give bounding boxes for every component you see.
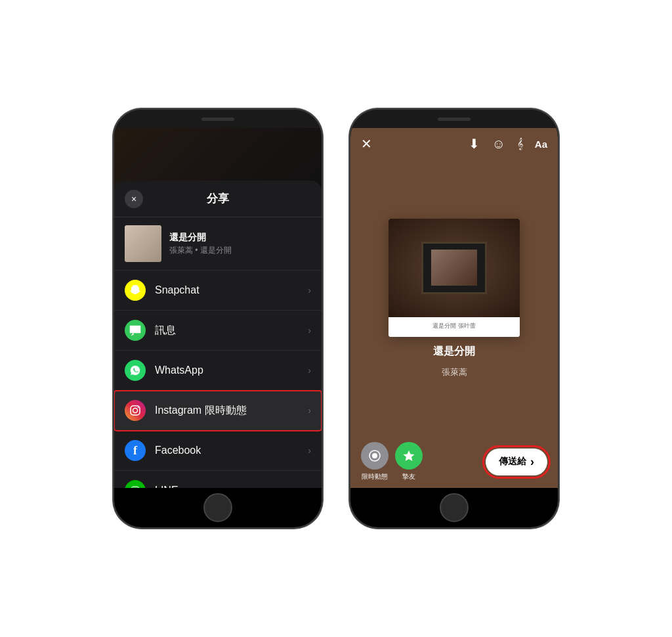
instagram-chevron: › — [308, 405, 311, 416]
insta-toolbar-right: ⬇ ☺ 𝄞 Aa — [469, 136, 547, 152]
sticker-icon[interactable]: ☺ — [492, 137, 505, 152]
close-friend-label: 摯友 — [402, 472, 415, 481]
facebook-icon: f — [125, 440, 146, 461]
share-item-instagram[interactable]: Instagram 限時動態› — [114, 391, 322, 431]
card-caption: 還是分開 張叶蕾 — [432, 320, 476, 333]
card-image — [388, 219, 520, 317]
whatsapp-icon — [125, 360, 146, 381]
story-icon — [361, 442, 388, 470]
send-button-label: 傳送給 — [499, 456, 526, 468]
preview-title: 還是分開 — [169, 232, 311, 244]
svg-rect-4 — [131, 487, 140, 488]
share-targets: 限時動態 摯友 — [361, 442, 423, 481]
share-sheet: × 分享 還是分開 張萊蒿 • 還是分開 Snapchat — [114, 181, 322, 488]
share-preview: 還是分開 張萊蒿 • 還是分開 — [114, 217, 322, 271]
card-frame-inner — [431, 250, 477, 286]
instagram-screen: ✕ ⬇ ☺ 𝄞 Aa — [350, 128, 558, 488]
song-artist: 張萊蒿 — [442, 366, 467, 378]
preview-info: 還是分開 張萊蒿 • 還是分開 — [169, 232, 311, 256]
share-item-facebook[interactable]: fFacebook› — [114, 431, 322, 471]
close-button[interactable]: × — [125, 190, 143, 208]
send-button[interactable]: 傳送給 › — [486, 449, 547, 475]
close-icon: × — [131, 194, 136, 204]
home-button-right[interactable] — [440, 493, 469, 522]
whatsapp-label: WhatsApp — [155, 364, 308, 376]
share-item-line[interactable]: LINE› — [114, 471, 322, 488]
svg-marker-7 — [404, 450, 415, 461]
text-icon[interactable]: Aa — [535, 139, 547, 150]
share-items-list: Snapchat›訊息›WhatsApp›Instagram 限時動態›fFac… — [114, 271, 322, 488]
facebook-chevron: › — [308, 445, 311, 456]
instagram-top-bar: ✕ ⬇ ☺ 𝄞 Aa — [350, 128, 558, 160]
line-chevron: › — [308, 485, 311, 488]
snapchat-icon — [125, 280, 146, 301]
svg-point-2 — [133, 408, 138, 413]
snapchat-chevron: › — [308, 285, 311, 296]
speaker-right — [438, 118, 471, 121]
speaker — [201, 118, 234, 121]
share-header: × 分享 — [114, 181, 322, 217]
insta-close-button[interactable]: ✕ — [361, 136, 372, 152]
share-item-whatsapp[interactable]: WhatsApp› — [114, 351, 322, 391]
line-icon — [125, 480, 146, 488]
close-friend-target[interactable]: 摯友 — [395, 442, 423, 481]
message-label: 訊息 — [155, 324, 308, 338]
right-phone: ✕ ⬇ ☺ 𝄞 Aa — [349, 108, 559, 529]
share-title: 分享 — [207, 191, 229, 206]
left-phone: × 分享 還是分開 張萊蒿 • 還是分開 Snapchat — [113, 108, 323, 529]
star-icon — [395, 442, 423, 470]
left-phone-screen: × 分享 還是分開 張萊蒿 • 還是分開 Snapchat — [114, 128, 322, 488]
left-phone-top-bar — [114, 110, 322, 128]
message-chevron: › — [308, 325, 311, 336]
instagram-content: 還是分開 張叶蕾 還是分開 張萊蒿 — [350, 161, 558, 435]
music-icon[interactable]: 𝄞 — [517, 138, 523, 150]
snapchat-label: Snapchat — [155, 284, 308, 296]
main-container: × 分享 還是分開 張萊蒿 • 還是分開 Snapchat — [100, 95, 572, 542]
right-phone-top-bar — [350, 110, 558, 128]
svg-point-3 — [138, 407, 139, 408]
message-icon — [125, 320, 146, 341]
instagram-label: Instagram 限時動態 — [155, 404, 308, 418]
instagram-icon — [125, 400, 146, 421]
right-phone-screen: ✕ ⬇ ☺ 𝄞 Aa — [350, 128, 558, 488]
whatsapp-chevron: › — [308, 365, 311, 376]
song-card: 還是分開 張叶蕾 — [388, 219, 520, 337]
line-label: LINE — [155, 485, 308, 488]
card-frame — [421, 242, 487, 294]
preview-subtitle: 張萊蒿 • 還是分開 — [169, 245, 311, 256]
share-item-message[interactable]: 訊息› — [114, 311, 322, 351]
instagram-bottom-bar: 限時動態 摯友 傳送給 › — [350, 435, 558, 488]
send-chevron: › — [530, 455, 534, 469]
download-icon[interactable]: ⬇ — [469, 136, 480, 152]
preview-thumbnail — [125, 225, 161, 262]
share-background: × 分享 還是分開 張萊蒿 • 還是分開 Snapchat — [114, 128, 322, 488]
card-white-bar: 還是分開 張叶蕾 — [388, 317, 520, 337]
song-title: 還是分開 — [433, 345, 475, 359]
share-item-snapchat[interactable]: Snapchat› — [114, 271, 322, 311]
svg-point-6 — [372, 453, 377, 458]
facebook-label: Facebook — [155, 445, 308, 456]
story-target[interactable]: 限時動態 — [361, 442, 388, 481]
home-button[interactable] — [203, 493, 232, 522]
story-label: 限時動態 — [362, 472, 388, 481]
